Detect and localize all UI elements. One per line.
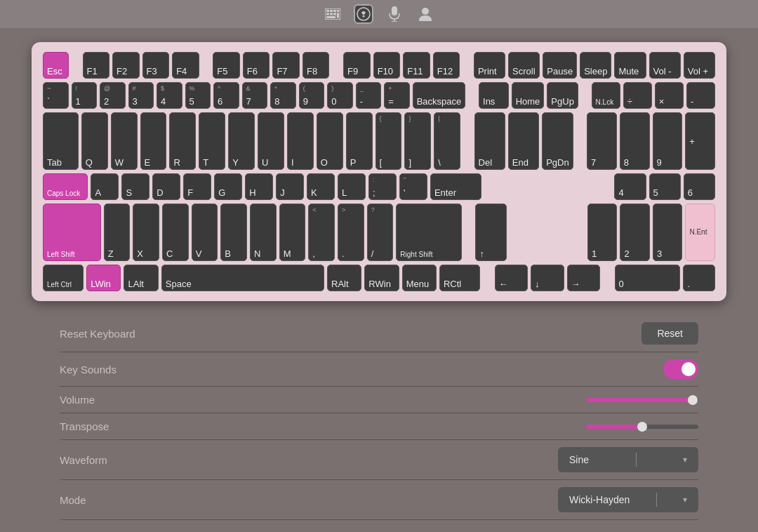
key-k[interactable]: K	[307, 173, 335, 200]
key-rctrl[interactable]: RCtl	[439, 265, 480, 291]
key-num-mul[interactable]: ×	[655, 82, 684, 109]
key-lctrl[interactable]: Left Ctrl	[43, 265, 84, 291]
key-lalt[interactable]: LAlt	[124, 265, 158, 291]
key-j[interactable]: J	[276, 173, 304, 200]
key-p[interactable]: P	[346, 112, 373, 170]
key-pause[interactable]: Pause	[543, 52, 577, 79]
key-space[interactable]: Space	[161, 265, 324, 291]
key-lwin[interactable]: LWin	[86, 265, 121, 291]
key-sleep[interactable]: Sleep	[580, 52, 611, 79]
key-f8[interactable]: F8	[302, 52, 330, 79]
key-n[interactable]: N	[250, 204, 277, 261]
key-comma[interactable]: <,	[308, 204, 335, 261]
key-scroll[interactable]: Scroll	[508, 52, 540, 79]
key-3[interactable]: #3	[128, 82, 154, 109]
key-u[interactable]: U	[258, 112, 284, 170]
key-backspace[interactable]: Backspace	[413, 82, 466, 109]
key-equals[interactable]: +=	[384, 82, 410, 109]
key-f5[interactable]: F5	[213, 52, 240, 79]
volume-slider[interactable]	[586, 398, 698, 402]
key-d[interactable]: D	[152, 173, 180, 200]
key-print[interactable]: Print	[474, 52, 505, 79]
key-h[interactable]: H	[245, 173, 273, 200]
key-left[interactable]: ←	[495, 265, 528, 291]
key-up[interactable]: ↑	[475, 204, 506, 261]
key-quote[interactable]: "'	[399, 173, 427, 200]
key-vol-minus[interactable]: Vol -	[649, 52, 681, 79]
key-4[interactable]: $4	[157, 82, 182, 109]
key-num9[interactable]: 9	[653, 112, 683, 170]
key-t[interactable]: T	[199, 112, 225, 170]
key-f11[interactable]: F11	[403, 52, 430, 79]
key-b[interactable]: B	[220, 204, 247, 261]
key-y[interactable]: Y	[228, 112, 255, 170]
key-g[interactable]: G	[214, 173, 242, 200]
key-ralt[interactable]: RAlt	[327, 265, 361, 291]
key-num-sub[interactable]: -	[686, 82, 715, 109]
key-f12[interactable]: F12	[433, 52, 460, 79]
key-c[interactable]: C	[162, 204, 189, 261]
key-7[interactable]: &7	[242, 82, 268, 109]
key-f7[interactable]: F7	[272, 52, 300, 79]
key-right[interactable]: →	[567, 265, 601, 291]
waveform-select[interactable]: Sine ▾	[558, 447, 698, 472]
key-f10[interactable]: F10	[373, 52, 401, 79]
key-l[interactable]: L	[338, 173, 366, 200]
key-capslock[interactable]: Caps Lock	[43, 173, 88, 200]
key-sounds-toggle[interactable]	[663, 359, 698, 379]
key-pgup[interactable]: PgUp	[547, 82, 578, 109]
key-enter[interactable]: Enter	[430, 173, 481, 200]
key-num0[interactable]: 0	[615, 265, 681, 291]
key-1[interactable]: !1	[72, 82, 98, 109]
key-num1[interactable]: 1	[587, 204, 618, 261]
key-num2[interactable]: 2	[620, 204, 650, 261]
key-x[interactable]: X	[133, 204, 159, 261]
key-num8[interactable]: 8	[620, 112, 650, 170]
key-z[interactable]: Z	[104, 204, 131, 261]
key-num6[interactable]: 6	[684, 173, 715, 200]
key-num5[interactable]: 5	[649, 173, 681, 200]
key-i[interactable]: I	[287, 112, 314, 170]
key-f1[interactable]: F1	[83, 52, 110, 79]
key-menu[interactable]: Menu	[402, 265, 437, 291]
key-lbracket[interactable]: {[	[375, 112, 402, 170]
key-o[interactable]: O	[317, 112, 343, 170]
key-mute[interactable]: Mute	[614, 52, 646, 79]
key-s[interactable]: S	[121, 173, 149, 200]
reset-button[interactable]: Reset	[641, 322, 698, 345]
key-numlk[interactable]: N.Lck	[592, 82, 620, 109]
key-down[interactable]: ↓	[531, 265, 564, 291]
doctor-nav-icon[interactable]	[354, 4, 373, 24]
key-ins[interactable]: Ins	[479, 82, 509, 109]
key-6[interactable]: ^6	[213, 82, 239, 109]
key-8[interactable]: *8	[270, 82, 296, 109]
key-f4[interactable]: F4	[172, 52, 199, 79]
key-w[interactable]: W	[111, 112, 138, 170]
key-slash[interactable]: ?/	[367, 204, 394, 261]
key-vol-plus[interactable]: Vol +	[684, 52, 715, 79]
key-end[interactable]: End	[508, 112, 539, 170]
key-m[interactable]: M	[279, 204, 306, 261]
key-nent[interactable]: N.Ent	[685, 204, 715, 261]
key-num3[interactable]: 3	[653, 204, 683, 261]
key-rbracket[interactable]: }]	[404, 112, 431, 170]
key-backslash[interactable]: |\	[434, 112, 460, 170]
key-2[interactable]: @2	[100, 82, 126, 109]
key-esc[interactable]: Esc	[43, 52, 69, 79]
key-f2[interactable]: F2	[112, 52, 140, 79]
key-f6[interactable]: F6	[243, 52, 270, 79]
keyboard-nav-icon[interactable]	[323, 4, 343, 24]
transpose-slider[interactable]	[586, 425, 698, 429]
key-tab[interactable]: Tab	[43, 112, 79, 170]
user-nav-icon[interactable]	[415, 4, 435, 24]
key-q[interactable]: Q	[81, 112, 108, 170]
key-minus[interactable]: _-	[356, 82, 382, 109]
key-f3[interactable]: F3	[142, 52, 170, 79]
key-9[interactable]: (9	[299, 82, 325, 109]
key-num4[interactable]: 4	[614, 173, 646, 200]
key-rwin[interactable]: RWin	[364, 265, 399, 291]
key-lshift[interactable]: Left Shift	[43, 204, 101, 261]
key-num-plus[interactable]: +	[685, 112, 715, 170]
mode-select[interactable]: Wicki-Hayden ▾	[558, 487, 698, 512]
key-del[interactable]: Del	[474, 112, 505, 170]
